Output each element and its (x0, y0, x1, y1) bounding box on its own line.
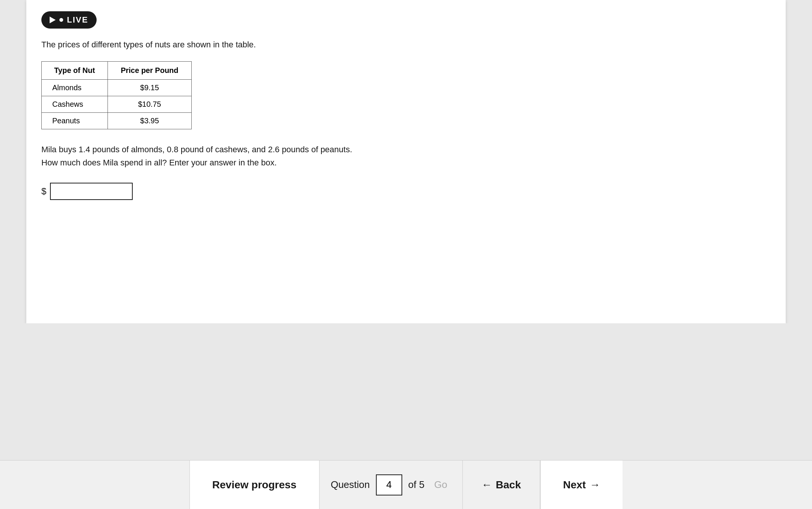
gray-area (0, 323, 812, 456)
question-label: Question (331, 479, 370, 491)
problem-line1: Mila buys 1.4 pounds of almonds, 0.8 pou… (41, 143, 771, 156)
next-label: Next (563, 479, 586, 491)
answer-row: $ (41, 183, 771, 200)
live-badge[interactable]: LIVE (41, 11, 97, 29)
nuts-table: Type of Nut Price per Pound Almonds $9.1… (41, 61, 192, 129)
nut-type-peanuts: Peanuts (42, 112, 108, 129)
next-button[interactable]: Next (540, 461, 623, 509)
answer-input[interactable] (50, 183, 133, 200)
back-label: Back (496, 479, 521, 491)
play-icon (50, 17, 56, 23)
table-header-price: Price per Pound (108, 61, 191, 79)
table-row: Peanuts $3.95 (42, 112, 192, 129)
nut-price-peanuts: $3.95 (108, 112, 191, 129)
nut-price-almonds: $9.15 (108, 79, 191, 96)
bottom-nav: Review progress Question of 5 Go Back Ne… (0, 460, 812, 509)
dollar-sign: $ (41, 186, 46, 197)
question-intro: The prices of different types of nuts ar… (41, 39, 771, 51)
question-nav: Question of 5 Go (320, 461, 463, 509)
back-arrow-icon (482, 479, 492, 491)
live-text: LIVE (67, 15, 88, 25)
live-dot (59, 18, 63, 22)
table-header-type: Type of Nut (42, 61, 108, 79)
review-progress-button[interactable]: Review progress (189, 461, 320, 509)
question-number-input[interactable] (376, 474, 402, 495)
nut-price-cashews: $10.75 (108, 96, 191, 112)
nav-inner: Review progress Question of 5 Go Back Ne… (189, 461, 623, 509)
problem-line2: How much does Mila spend in all? Enter y… (41, 156, 771, 169)
table-row: Cashews $10.75 (42, 96, 192, 112)
problem-text: Mila buys 1.4 pounds of almonds, 0.8 pou… (41, 143, 771, 169)
of-total: of 5 (408, 479, 424, 491)
next-arrow-icon (589, 479, 600, 491)
go-button[interactable]: Go (430, 479, 451, 491)
table-row: Almonds $9.15 (42, 79, 192, 96)
nut-type-almonds: Almonds (42, 79, 108, 96)
main-content: LIVE The prices of different types of nu… (26, 0, 786, 323)
back-button[interactable]: Back (463, 461, 540, 509)
nut-type-cashews: Cashews (42, 96, 108, 112)
